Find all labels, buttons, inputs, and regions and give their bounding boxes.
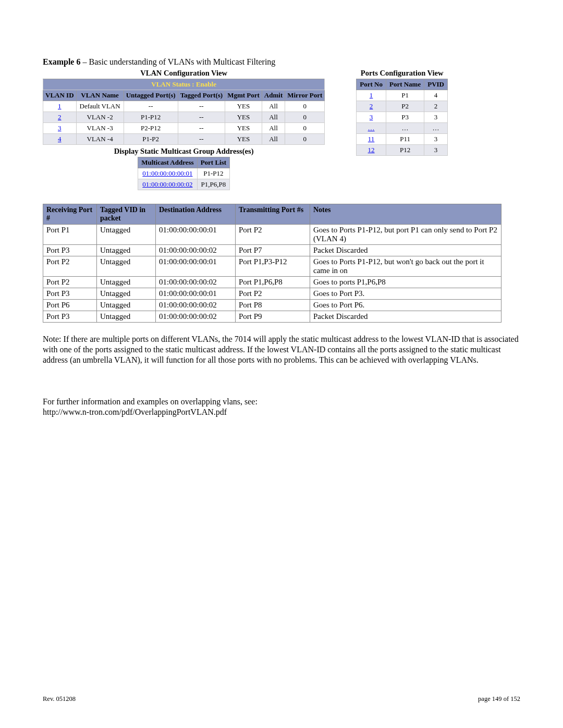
scen-cell: Goes to ports P1,P6,P8 (310, 277, 501, 288)
scenario-row: Port P6 Untagged 01:00:00:00:00:02 Port … (43, 300, 501, 311)
scen-cell: Port P7 (236, 245, 310, 256)
ports-row: 3 P3 3 (357, 112, 448, 123)
vlan-cell: -- (178, 101, 225, 112)
vlan-th-untagged: Untagged Port(s) (124, 90, 178, 101)
footer-rev: Rev. 051208 (43, 695, 76, 703)
ports-row: 12 P12 3 (357, 145, 448, 156)
scenario-row: Port P2 Untagged 01:00:00:00:00:01 Port … (43, 256, 501, 277)
footer: Rev. 051208 page 149 of 152 (43, 695, 520, 703)
vlan-cell: Default VLAN (76, 101, 124, 112)
vlan-cell: P1-P12 (124, 112, 178, 123)
scen-cell: Port P1 (43, 225, 97, 245)
scen-cell: 01:00:00:00:00:02 (156, 300, 236, 311)
vlan-cell: -- (178, 112, 225, 123)
mcast-row: 01:00:00:00:00:02 P1,P6,P8 (138, 179, 230, 190)
mcast-addr-link[interactable]: 01:00:00:00:00:01 (142, 169, 192, 177)
example-desc: – Basic understanding of VLANs with Mult… (80, 57, 275, 66)
scen-cell: Untagged (97, 225, 156, 245)
vlan-id-link[interactable]: 4 (58, 135, 62, 143)
footer-page: page 149 of 152 (478, 695, 520, 703)
ports-cell: P2 (386, 101, 424, 112)
vlan-id-link[interactable]: 2 (58, 113, 62, 121)
scen-cell: Untagged (97, 245, 156, 256)
mcast-cell: P1-P12 (197, 168, 229, 179)
vlan-row: 1 Default VLAN -- -- YES All 0 (43, 101, 325, 112)
ports-cell: 3 (424, 134, 448, 145)
port-no-link[interactable]: 12 (368, 146, 375, 154)
vlan-cell: -- (178, 134, 225, 145)
scen-cell: Port P3 (43, 311, 97, 323)
ports-th-name: Port Name (386, 79, 424, 90)
ports-cell: 3 (424, 145, 448, 156)
ports-header-row: Port No Port Name PVID (357, 79, 448, 90)
mcast-th-addr: Multicast Address (138, 157, 198, 168)
example-number: Example 6 (43, 57, 80, 66)
ports-th-no: Port No (357, 79, 386, 90)
scen-cell: Untagged (97, 300, 156, 311)
port-no-link[interactable]: 11 (368, 135, 375, 143)
further-info: For further information and examples on … (43, 397, 520, 417)
vlan-header-row: VLAN ID VLAN Name Untagged Port(s) Tagge… (43, 90, 325, 101)
scen-cell: Packet Discarded (310, 311, 501, 323)
scen-cell: Port P2 (43, 256, 97, 277)
scen-cell: Port P1,P3-P12 (236, 256, 310, 277)
ports-row: 11 P11 3 (357, 134, 448, 145)
vlan-cell: P2-P12 (124, 123, 178, 134)
vlan-cell: YES (225, 101, 262, 112)
port-no-link[interactable]: 2 (370, 102, 373, 110)
scenario-row: Port P3 Untagged 01:00:00:00:00:01 Port … (43, 288, 501, 300)
scenario-row: Port P3 Untagged 01:00:00:00:00:02 Port … (43, 311, 501, 323)
scen-cell: 01:00:00:00:00:02 (156, 245, 236, 256)
vlan-th-mirror: Mirror Port (285, 90, 325, 101)
vlan-row: 3 VLAN -3 P2-P12 -- YES All 0 (43, 123, 325, 134)
vlan-status-bar: VLAN Status : Enable (43, 79, 325, 90)
vlan-cell: All (262, 134, 285, 145)
mcast-addr-link[interactable]: 01:00:00:00:00:02 (142, 180, 192, 188)
page: Example 6 – Basic understanding of VLANs… (0, 0, 563, 728)
ports-cell: 3 (424, 112, 448, 123)
ports-config-col: Ports Configuration View Port No Port Na… (356, 69, 448, 156)
vlan-row: 2 VLAN -2 P1-P12 -- YES All 0 (43, 112, 325, 123)
scenario-row: Port P2 Untagged 01:00:00:00:00:02 Port … (43, 277, 501, 288)
vlan-row: 4 VLAN -4 P1-P2 -- YES All 0 (43, 134, 325, 145)
vlan-cell: -- (124, 101, 178, 112)
scenario-row: Port P1 Untagged 01:00:00:00:00:01 Port … (43, 225, 501, 245)
scen-cell: Port P1,P6,P8 (236, 277, 310, 288)
ports-config-title: Ports Configuration View (356, 69, 448, 78)
vlan-cell: 0 (285, 123, 325, 134)
scen-cell: Goes to Ports P1-P12, but port P1 can on… (310, 225, 501, 245)
scen-cell: 01:00:00:00:00:01 (156, 256, 236, 277)
mcast-row: 01:00:00:00:00:01 P1-P12 (138, 168, 230, 179)
vlan-th-id: VLAN ID (43, 90, 77, 101)
scen-th-dest: Destination Address (156, 204, 236, 225)
vlan-cell: All (262, 123, 285, 134)
scen-cell: Goes to Ports P1-P12, but won't go back … (310, 256, 501, 277)
mcast-th-ports: Port List (197, 157, 229, 168)
port-no-link[interactable]: 1 (370, 91, 373, 99)
example-title: Example 6 – Basic understanding of VLANs… (43, 57, 520, 67)
scenario-table: Receiving Port # Tagged VID in packet De… (43, 204, 501, 323)
vlan-id-link[interactable]: 1 (58, 102, 62, 110)
port-no-link[interactable]: … (368, 124, 375, 132)
scen-cell: Port P2 (236, 225, 310, 245)
scen-th-notes: Notes (310, 204, 501, 225)
vlan-cell: 0 (285, 101, 325, 112)
vlan-id-link[interactable]: 3 (58, 124, 62, 132)
scen-cell: Untagged (97, 311, 156, 323)
vlan-cell: P1-P2 (124, 134, 178, 145)
scen-cell: Port P3 (43, 288, 97, 300)
port-no-link[interactable]: 3 (370, 113, 373, 121)
vlan-cell: YES (225, 112, 262, 123)
scen-cell: Port P2 (236, 288, 310, 300)
ports-th-pvid: PVID (424, 79, 448, 90)
mcast-header-row: Multicast Address Port List (138, 157, 230, 168)
mcast-table: Multicast Address Port List 01:00:00:00:… (138, 157, 230, 190)
ports-cell: P1 (386, 90, 424, 101)
ports-cell: P11 (386, 134, 424, 145)
scen-cell: 01:00:00:00:00:01 (156, 225, 236, 245)
vlan-cell: All (262, 112, 285, 123)
ports-row: … … … (357, 123, 448, 134)
scen-cell: 01:00:00:00:00:01 (156, 288, 236, 300)
scen-cell: Packet Discarded (310, 245, 501, 256)
vlan-table: VLAN Status : Enable VLAN ID VLAN Name U… (43, 79, 325, 145)
